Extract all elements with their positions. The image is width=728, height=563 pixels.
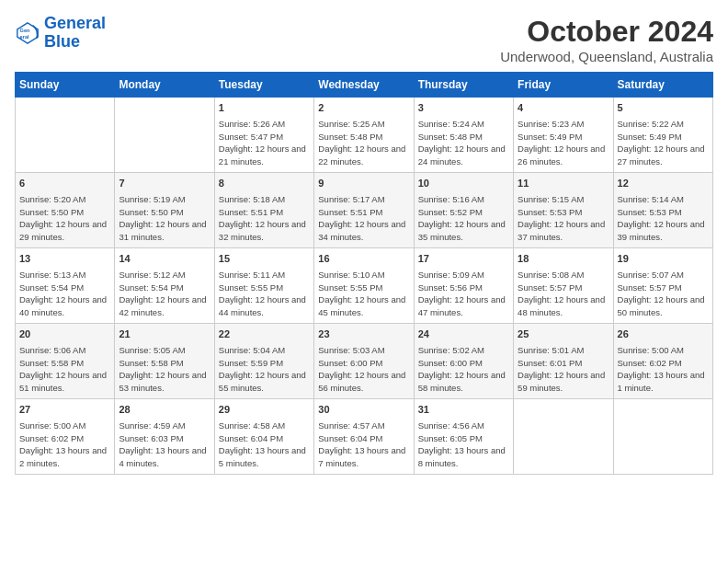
calendar-cell: 10Sunrise: 5:16 AM Sunset: 5:52 PM Dayli… [414, 173, 513, 248]
day-info: Sunrise: 5:19 AM Sunset: 5:50 PM Dayligh… [119, 193, 210, 244]
day-info: Sunrise: 5:10 AM Sunset: 5:55 PM Dayligh… [318, 269, 409, 319]
day-number: 24 [418, 327, 509, 342]
logo: Gen eral General Blue [15, 15, 106, 52]
day-number: 25 [518, 327, 609, 342]
calendar-week-row: 13Sunrise: 5:13 AM Sunset: 5:54 PM Dayli… [16, 248, 713, 324]
day-number: 4 [518, 101, 609, 116]
calendar-cell: 13Sunrise: 5:13 AM Sunset: 5:54 PM Dayli… [16, 248, 115, 324]
day-info: Sunrise: 5:08 AM Sunset: 5:57 PM Dayligh… [518, 269, 609, 319]
header: Gen eral General Blue October 2024 Under… [15, 15, 713, 64]
day-number: 30 [318, 403, 409, 418]
day-info: Sunrise: 5:20 AM Sunset: 5:50 PM Dayligh… [19, 193, 110, 244]
day-info: Sunrise: 5:23 AM Sunset: 5:49 PM Dayligh… [518, 118, 609, 168]
day-info: Sunrise: 5:18 AM Sunset: 5:51 PM Dayligh… [219, 193, 310, 244]
day-number: 22 [219, 327, 310, 342]
day-number: 7 [119, 177, 210, 191]
calendar-week-row: 27Sunrise: 5:00 AM Sunset: 6:02 PM Dayli… [16, 399, 713, 475]
calendar-cell: 5Sunrise: 5:22 AM Sunset: 5:49 PM Daylig… [613, 98, 712, 173]
day-info: Sunrise: 5:14 AM Sunset: 5:53 PM Dayligh… [618, 193, 709, 244]
calendar-week-row: 20Sunrise: 5:06 AM Sunset: 5:58 PM Dayli… [16, 324, 713, 399]
weekday-header: Tuesday [214, 73, 313, 98]
day-number: 9 [318, 177, 409, 191]
weekday-header: Wednesday [314, 73, 414, 98]
day-number: 12 [618, 177, 709, 191]
day-number: 27 [19, 403, 110, 418]
calendar-cell: 26Sunrise: 5:00 AM Sunset: 6:02 PM Dayli… [613, 324, 712, 399]
day-info: Sunrise: 5:24 AM Sunset: 5:48 PM Dayligh… [418, 118, 509, 168]
day-info: Sunrise: 5:02 AM Sunset: 6:00 PM Dayligh… [418, 344, 509, 395]
day-info: Sunrise: 5:17 AM Sunset: 5:51 PM Dayligh… [318, 193, 409, 244]
day-number: 13 [19, 252, 110, 267]
day-number: 20 [19, 327, 110, 342]
svg-text:eral: eral [20, 33, 29, 39]
weekday-header-row: SundayMondayTuesdayWednesdayThursdayFrid… [16, 73, 713, 98]
day-number: 31 [418, 403, 509, 418]
logo-icon: Gen eral [15, 20, 40, 46]
day-info: Sunrise: 5:25 AM Sunset: 5:48 PM Dayligh… [318, 118, 409, 168]
weekday-header: Monday [115, 73, 214, 98]
day-number: 6 [19, 177, 110, 191]
calendar-cell: 8Sunrise: 5:18 AM Sunset: 5:51 PM Daylig… [214, 173, 313, 248]
calendar-cell: 18Sunrise: 5:08 AM Sunset: 5:57 PM Dayli… [514, 248, 613, 324]
day-number: 19 [618, 252, 709, 267]
day-number: 11 [518, 177, 609, 191]
calendar-cell: 31Sunrise: 4:56 AM Sunset: 6:05 PM Dayli… [414, 399, 513, 475]
location-title: Underwood, Queensland, Australia [500, 49, 713, 64]
day-info: Sunrise: 5:26 AM Sunset: 5:47 PM Dayligh… [219, 118, 310, 168]
calendar-cell: 7Sunrise: 5:19 AM Sunset: 5:50 PM Daylig… [115, 173, 214, 248]
day-info: Sunrise: 5:05 AM Sunset: 5:58 PM Dayligh… [119, 344, 210, 395]
day-number: 8 [219, 177, 310, 191]
calendar-cell: 3Sunrise: 5:24 AM Sunset: 5:48 PM Daylig… [414, 98, 513, 173]
calendar-cell [613, 399, 712, 475]
calendar-cell: 11Sunrise: 5:15 AM Sunset: 5:53 PM Dayli… [514, 173, 613, 248]
calendar-cell: 25Sunrise: 5:01 AM Sunset: 6:01 PM Dayli… [514, 324, 613, 399]
calendar-cell: 1Sunrise: 5:26 AM Sunset: 5:47 PM Daylig… [214, 98, 313, 173]
day-number: 26 [618, 327, 709, 342]
day-number: 23 [318, 327, 409, 342]
logo-text: General Blue [44, 15, 106, 52]
day-info: Sunrise: 5:12 AM Sunset: 5:54 PM Dayligh… [119, 269, 210, 319]
day-info: Sunrise: 5:01 AM Sunset: 6:01 PM Dayligh… [518, 344, 609, 395]
day-number: 1 [219, 101, 310, 116]
svg-text:Gen: Gen [20, 27, 30, 32]
day-number: 29 [219, 403, 310, 418]
calendar-cell: 28Sunrise: 4:59 AM Sunset: 6:03 PM Dayli… [115, 399, 214, 475]
day-info: Sunrise: 5:07 AM Sunset: 5:57 PM Dayligh… [618, 269, 709, 319]
calendar-cell: 15Sunrise: 5:11 AM Sunset: 5:55 PM Dayli… [214, 248, 313, 324]
day-number: 15 [219, 252, 310, 267]
calendar-cell: 12Sunrise: 5:14 AM Sunset: 5:53 PM Dayli… [613, 173, 712, 248]
calendar-cell: 2Sunrise: 5:25 AM Sunset: 5:48 PM Daylig… [314, 98, 414, 173]
calendar-table: SundayMondayTuesdayWednesdayThursdayFrid… [15, 72, 713, 475]
calendar-cell: 27Sunrise: 5:00 AM Sunset: 6:02 PM Dayli… [16, 399, 115, 475]
day-info: Sunrise: 5:16 AM Sunset: 5:52 PM Dayligh… [418, 193, 509, 244]
weekday-header: Sunday [16, 73, 115, 98]
weekday-header: Friday [514, 73, 613, 98]
day-number: 10 [418, 177, 509, 191]
day-info: Sunrise: 5:03 AM Sunset: 6:00 PM Dayligh… [318, 344, 409, 395]
calendar-cell: 24Sunrise: 5:02 AM Sunset: 6:00 PM Dayli… [414, 324, 513, 399]
day-info: Sunrise: 5:06 AM Sunset: 5:58 PM Dayligh… [19, 344, 110, 395]
calendar-cell: 29Sunrise: 4:58 AM Sunset: 6:04 PM Dayli… [214, 399, 313, 475]
title-area: October 2024 Underwood, Queensland, Aust… [500, 15, 713, 64]
calendar-cell: 6Sunrise: 5:20 AM Sunset: 5:50 PM Daylig… [16, 173, 115, 248]
day-info: Sunrise: 5:04 AM Sunset: 5:59 PM Dayligh… [219, 344, 310, 395]
day-number: 14 [119, 252, 210, 267]
day-number: 2 [318, 101, 409, 116]
weekday-header: Saturday [613, 73, 712, 98]
day-info: Sunrise: 4:56 AM Sunset: 6:05 PM Dayligh… [418, 419, 509, 470]
calendar-week-row: 6Sunrise: 5:20 AM Sunset: 5:50 PM Daylig… [16, 173, 713, 248]
calendar-week-row: 1Sunrise: 5:26 AM Sunset: 5:47 PM Daylig… [16, 98, 713, 173]
calendar-cell: 23Sunrise: 5:03 AM Sunset: 6:00 PM Dayli… [314, 324, 414, 399]
calendar-cell [16, 98, 115, 173]
calendar-cell: 4Sunrise: 5:23 AM Sunset: 5:49 PM Daylig… [514, 98, 613, 173]
day-number: 5 [618, 101, 709, 116]
day-info: Sunrise: 5:09 AM Sunset: 5:56 PM Dayligh… [418, 269, 509, 319]
calendar-cell: 19Sunrise: 5:07 AM Sunset: 5:57 PM Dayli… [613, 248, 712, 324]
day-info: Sunrise: 5:00 AM Sunset: 6:02 PM Dayligh… [618, 344, 709, 395]
day-info: Sunrise: 4:59 AM Sunset: 6:03 PM Dayligh… [119, 419, 210, 470]
calendar-cell: 16Sunrise: 5:10 AM Sunset: 5:55 PM Dayli… [314, 248, 414, 324]
month-title: October 2024 [500, 15, 713, 49]
calendar-cell [514, 399, 613, 475]
day-number: 16 [318, 252, 409, 267]
day-number: 3 [418, 101, 509, 116]
